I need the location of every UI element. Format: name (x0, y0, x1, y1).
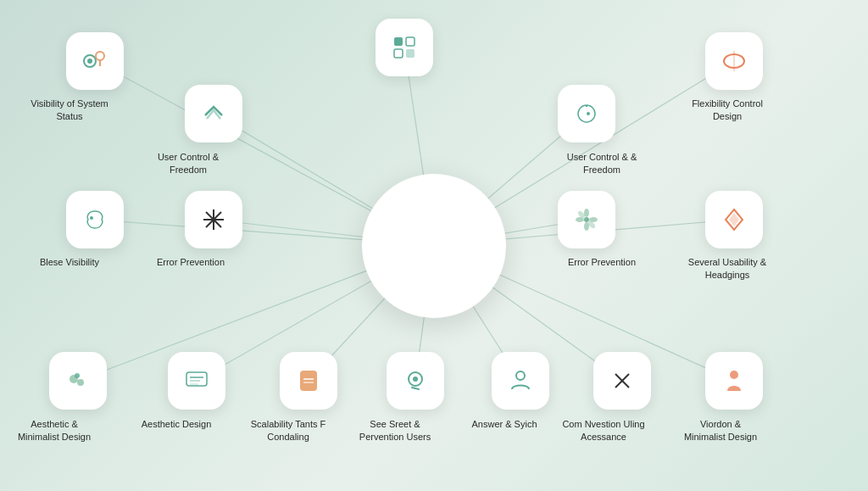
svg-point-34 (584, 217, 589, 222)
icon-card-aesthetic-minimalist (49, 352, 107, 410)
svg-rect-23 (406, 49, 415, 58)
label-flexibility: Flexibility Control Design (685, 98, 770, 123)
label-see-sreet: See Sreet & Pervention Users (353, 418, 437, 444)
label-user-control-top-right: User Control & & Freedom (559, 151, 644, 176)
svg-point-54 (413, 377, 418, 382)
svg-rect-50 (300, 371, 317, 391)
svg-point-17 (87, 59, 92, 64)
icon-card-scalability (280, 352, 337, 410)
icon-card-flexibility (705, 32, 763, 90)
svg-point-59 (730, 371, 738, 379)
icon-card-aesthetic-design (168, 352, 225, 410)
svg-rect-22 (394, 49, 403, 58)
icon-card-com-nvestion (593, 352, 651, 410)
center-circle (362, 174, 506, 318)
icon-card-visibility (66, 32, 124, 90)
icon-card-several-usability (705, 191, 763, 248)
icon-card-see-sreet (387, 352, 444, 410)
label-com-nvestion: Com Nvestion Uling Acessance (561, 418, 646, 444)
label-visibility: Visibility of System Status (27, 98, 112, 123)
label-viordon: Viordon & Minimalist Design (678, 418, 763, 444)
label-error-prevention-right: Error Prevention (559, 256, 644, 269)
icon-card-error-prevention-left (185, 191, 242, 248)
svg-rect-20 (394, 37, 403, 46)
svg-point-26 (587, 112, 590, 115)
svg-point-18 (96, 52, 104, 60)
label-several-usability: Several Usability & Headgings (685, 256, 770, 282)
icon-card-viordon (705, 352, 763, 410)
icon-card-error-prevention-right (558, 191, 615, 248)
label-scalability: Scalability Tants F Condaling (246, 418, 331, 444)
icon-card-answer-switch (492, 352, 549, 410)
svg-rect-21 (406, 37, 415, 46)
icon-card-user-control-top-left (185, 85, 242, 142)
svg-point-45 (75, 373, 80, 378)
label-answer-switch: Answer & Syich (462, 418, 547, 431)
svg-point-44 (77, 379, 84, 386)
svg-point-56 (516, 371, 525, 380)
label-error-prevention-left: Error Prevention (148, 256, 233, 269)
label-user-control-top-left: User Control & Freedom (146, 151, 231, 176)
label-aesthetic-design: Aesthetic Design (134, 418, 219, 431)
icon-card-top-center (376, 19, 433, 76)
label-aesthetic-minimalist: Aesthetic & Minimalist Design (12, 418, 97, 444)
svg-point-29 (90, 216, 93, 220)
label-blese-visibility: Blese Visibility (27, 256, 112, 269)
icon-card-user-control-top-right (558, 85, 615, 142)
icon-card-blese-visibility (66, 191, 124, 248)
svg-line-55 (412, 388, 419, 389)
